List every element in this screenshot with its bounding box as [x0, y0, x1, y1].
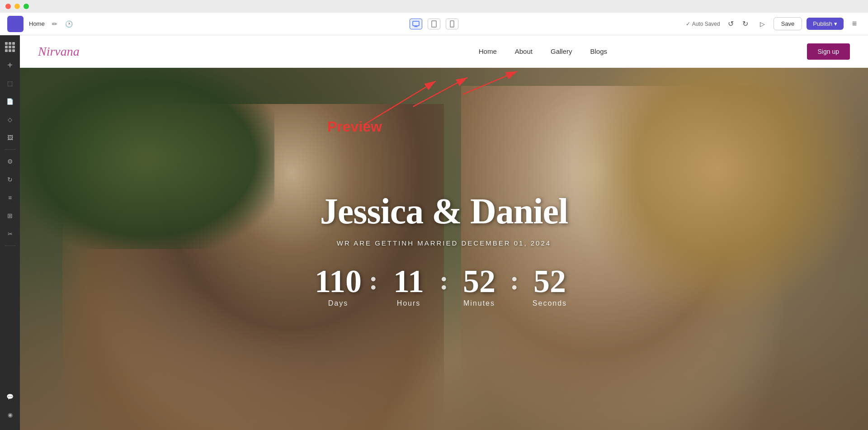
apps-button[interactable] [7, 16, 24, 32]
device-switcher [410, 19, 458, 29]
countdown-minutes-number: 52 [463, 265, 495, 298]
sidebar-item-add[interactable]: + [2, 57, 18, 73]
hero-subtitle: WR ARE GETTINH MARRIED December 01, 2024 [311, 239, 577, 247]
preview-button[interactable]: ▷ [756, 18, 769, 30]
countdown-seconds: 52 Seconds [523, 265, 577, 307]
canvas-area: Nirvana Home About Gallery Blogs Sign up [20, 35, 868, 430]
main-toolbar: Home ✏ 🕐 Auto Saved ↺ ↻ ▷ Save Publish ▾… [0, 13, 868, 35]
nav-item-home[interactable]: Home [479, 47, 497, 55]
svg-point-3 [452, 26, 453, 27]
sidebar-separator [5, 149, 15, 150]
site-logo: Nirvana [38, 44, 80, 59]
sidebar-item-apps[interactable] [2, 39, 18, 55]
hero-section: Jessica & Daniel WR ARE GETTINH MARRIED … [20, 68, 868, 430]
sidebar-item-layers[interactable]: ⬚ [2, 75, 18, 91]
countdown-separator-2: : [436, 267, 452, 294]
hero-title: Jessica & Daniel [311, 191, 577, 232]
publish-label: Publish [813, 20, 832, 27]
countdown-seconds-label: Seconds [533, 299, 567, 307]
auto-saved-status: Auto Saved [686, 21, 720, 27]
titlebar [0, 0, 868, 13]
svg-rect-0 [413, 21, 419, 26]
menu-button[interactable]: ≡ [848, 18, 861, 30]
sidebar-item-seo[interactable]: ≡ [2, 189, 18, 206]
maximize-button[interactable] [24, 4, 29, 9]
svg-rect-1 [432, 21, 436, 27]
sidebar-item-user[interactable]: ◉ [2, 406, 18, 423]
close-button[interactable] [5, 4, 11, 9]
nav-item-about[interactable]: About [515, 47, 533, 55]
sidebar-item-tools[interactable]: ✂ [2, 226, 18, 242]
main-layout: + ⬚ 📄 ◇ 🖼 ⚙ ↻ ≡ ⊞ ✂ 💬 ◉ Nirvana Home Abo… [0, 35, 868, 430]
edit-icon[interactable]: ✏ [50, 19, 59, 28]
minimize-button[interactable] [14, 4, 20, 9]
countdown-hours-label: Hours [397, 299, 421, 307]
countdown-separator-3: : [506, 267, 523, 294]
countdown-hours: 11 Hours [382, 265, 436, 307]
countdown-days: 110 Days [311, 265, 365, 307]
breadcrumb-home: Home [29, 20, 45, 27]
toolbar-left: Home ✏ 🕐 [7, 16, 680, 32]
desktop-view-button[interactable] [410, 19, 422, 29]
nav-item-gallery[interactable]: Gallery [551, 47, 572, 55]
sidebar-item-chat[interactable]: 💬 [2, 388, 18, 405]
countdown-seconds-number: 52 [533, 265, 566, 298]
sidebar-item-pages[interactable]: 📄 [2, 93, 18, 109]
sidebar-item-settings[interactable]: ⚙ [2, 153, 18, 170]
sidebar-item-media[interactable]: 🖼 [2, 129, 18, 146]
save-button[interactable]: Save [774, 17, 802, 30]
signup-button[interactable]: Sign up [807, 43, 850, 60]
site-navigation: Home About Gallery Blogs [479, 47, 607, 55]
sidebar-item-extensions[interactable]: ⊞ [2, 208, 18, 224]
redo-button[interactable]: ↻ [739, 18, 752, 30]
left-sidebar: + ⬚ 📄 ◇ 🖼 ⚙ ↻ ≡ ⊞ ✂ 💬 ◉ [0, 35, 20, 430]
sidebar-separator-2 [5, 246, 15, 246]
publish-chevron-icon: ▾ [834, 20, 837, 27]
mobile-view-button[interactable] [446, 19, 458, 29]
nav-item-blogs[interactable]: Blogs [590, 47, 607, 55]
sidebar-item-integrations[interactable]: ↻ [2, 171, 18, 188]
undo-button[interactable]: ↺ [725, 18, 737, 30]
site-navbar: Nirvana Home About Gallery Blogs Sign up [20, 35, 868, 68]
tablet-view-button[interactable] [428, 19, 440, 29]
countdown-days-number: 110 [315, 265, 362, 298]
sidebar-item-elements[interactable]: ◇ [2, 111, 18, 128]
countdown-days-label: Days [328, 299, 348, 307]
history-icon[interactable]: 🕐 [65, 19, 74, 28]
countdown-timer: 110 Days : 11 Hours : 52 Minutes : [311, 265, 577, 307]
publish-button[interactable]: Publish ▾ [807, 18, 844, 30]
undo-redo-group: ↺ ↻ [725, 18, 752, 30]
countdown-minutes: 52 Minutes [452, 265, 506, 307]
countdown-separator-1: : [365, 267, 382, 294]
toolbar-right: Auto Saved ↺ ↻ ▷ Save Publish ▾ ≡ [686, 17, 861, 30]
hero-content: Jessica & Daniel WR ARE GETTINH MARRIED … [311, 191, 577, 307]
countdown-hours-number: 11 [393, 265, 424, 298]
countdown-minutes-label: Minutes [463, 299, 495, 307]
